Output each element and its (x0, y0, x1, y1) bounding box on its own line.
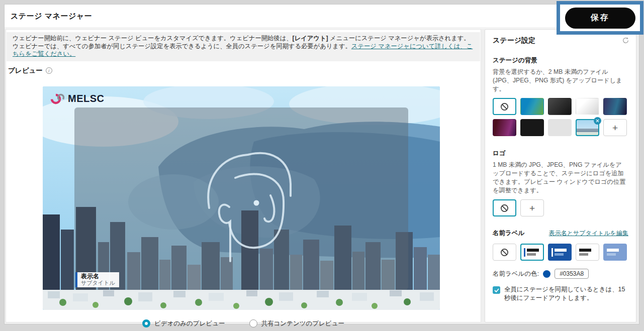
plus-icon: + (612, 123, 618, 133)
logo-description: 1 MB 未満の JPG、JPEG、PNG ファイルをアップロードすることで、ス… (493, 161, 626, 195)
add-logo-button[interactable]: + (520, 199, 544, 216)
content-area: ウェビナー開始前に、ウェビナー ステージ ビューをカスタマイズできます。ウェビナ… (5, 29, 639, 324)
banner-line-2: ウェビナーでは、すべての参加者が同じステージ設定を表示できるように、全員のステー… (13, 43, 474, 58)
logo-none[interactable] (493, 199, 516, 216)
stage-logo-text: MELSC (68, 93, 105, 104)
label-style-bar-light-selected[interactable] (520, 244, 544, 261)
save-button[interactable]: 保存 (565, 8, 635, 29)
melsc-heart-icon (50, 92, 65, 106)
refresh-icon[interactable] (622, 37, 629, 44)
color-hex-input[interactable]: #0353A8 (555, 269, 589, 279)
preview-heading: プレビュー (8, 66, 481, 75)
banner-line-1: ウェビナー開始前に、ウェビナー ステージ ビューをカスタマイズできます。ウェビナ… (13, 35, 474, 43)
save-button-highlight: 保存 (557, 1, 643, 35)
preview-panel: ウェビナー開始前に、ウェビナー ステージ ビューをカスタマイズできます。ウェビナ… (6, 29, 481, 322)
stage-manager-window: ステージ マネージャー ウェビナー開始前に、ウェビナー ステージ ビューをカスタ… (4, 4, 639, 324)
face-silhouette-icon (200, 148, 297, 263)
page-title: ステージ マネージャー (11, 12, 92, 21)
checkbox-checked-icon[interactable] (493, 286, 500, 294)
info-banner: ウェビナー開始前に、ウェビナー ステージ ビューをカスタマイズできます。ウェビナ… (7, 32, 480, 61)
name-label-styles (493, 244, 628, 261)
radio-unselected-icon[interactable] (249, 319, 257, 327)
logo-options: + (493, 199, 628, 216)
sync-fadeout-option: 全員にステージを同期しているときは、15 秒後にフェードアウトします。 (493, 285, 629, 302)
label-style-plain-blue[interactable] (603, 244, 627, 261)
color-swatch[interactable] (543, 270, 550, 278)
name-label-header-row: 名前ラベル 表示名とサブタイトルを編集 (493, 229, 628, 238)
label-style-bar-blue[interactable] (548, 244, 572, 261)
no-logo-icon (500, 203, 509, 213)
background-description: 背景を選択するか、2 MB 未満のファイル (JPG、JPEG、PNG 形式) … (493, 68, 627, 93)
layout-menu-ref: [レイアウト] (293, 35, 328, 42)
bg-thumb-black[interactable] (520, 119, 544, 136)
name-label-color-row: 名前ラベルの色: #0353A8 (493, 269, 628, 279)
subtitle-text: サブタイトル (81, 280, 115, 286)
color-label: 名前ラベルの色: (493, 270, 539, 278)
display-name-text: 表示名 (81, 273, 115, 280)
stage-preview[interactable]: MELSC 表示名 サブタイトル (43, 86, 440, 310)
logo-heading: ロゴ (493, 149, 628, 158)
radio-shared-content[interactable]: 共有コンテンツのプレビュー (249, 319, 344, 328)
stage-settings-panel: ステージ設定 ステージの背景 背景を選択するか、2 MB 未満のファイル (JP… (485, 29, 636, 322)
radio-video-only[interactable]: ビデオのみのプレビュー (142, 319, 225, 328)
bg-thumb-light-gray[interactable] (548, 119, 572, 136)
no-background-icon (500, 102, 509, 112)
info-icon[interactable] (46, 67, 52, 74)
preview-mode-radios: ビデオのみのプレビュー 共有コンテンツのプレビュー (6, 319, 481, 328)
add-background-button[interactable]: + (603, 119, 627, 136)
bg-thumb-white-wave[interactable] (576, 98, 599, 115)
no-label-icon (500, 248, 509, 257)
radio-selected-icon[interactable] (142, 319, 150, 327)
edit-display-name-link[interactable]: 表示名とサブタイトルを編集 (549, 229, 628, 238)
name-label-heading: 名前ラベル (493, 229, 524, 238)
bg-thumb-dark-wave[interactable] (548, 98, 572, 115)
bg-thumb-none[interactable] (493, 98, 516, 115)
remove-background-icon[interactable] (594, 117, 601, 125)
header-bar: ステージ マネージャー (5, 5, 639, 28)
background-heading: ステージの背景 (493, 56, 628, 65)
bg-thumb-teal-green[interactable] (520, 98, 544, 115)
bg-thumb-navy-purple[interactable] (603, 98, 627, 115)
label-style-none[interactable] (493, 244, 516, 261)
label-style-plain-light[interactable] (576, 244, 599, 261)
bg-thumb-city-photo-selected[interactable] (576, 119, 599, 136)
sync-fadeout-text: 全員にステージを同期しているときは、15 秒後にフェードアウトします。 (504, 285, 629, 302)
plus-icon: + (529, 203, 535, 213)
stage-logo: MELSC (50, 92, 105, 106)
background-thumbnails: + (493, 98, 628, 136)
settings-title: ステージ設定 (493, 36, 628, 45)
name-label-chip[interactable]: 表示名 サブタイトル (75, 272, 119, 287)
bg-thumb-maroon-purple[interactable] (493, 119, 516, 136)
